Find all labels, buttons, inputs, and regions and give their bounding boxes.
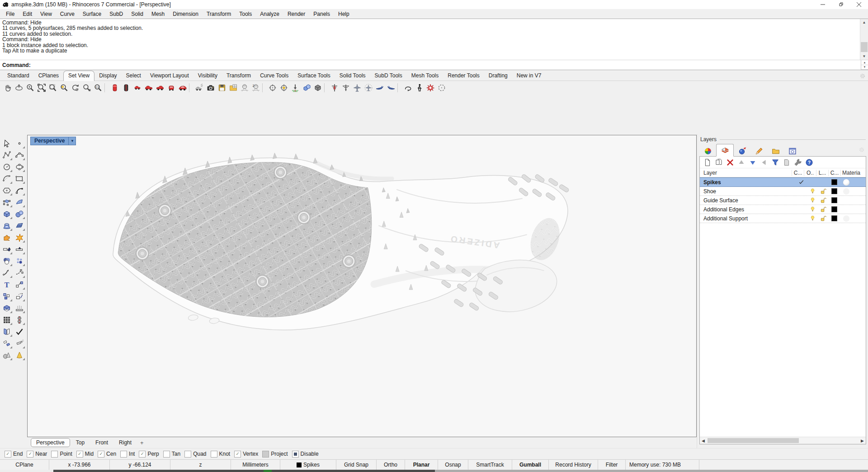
toolbar-tab-visibility[interactable]: Visibility bbox=[193, 71, 222, 81]
fillet-chamfer-b-icon[interactable] bbox=[14, 244, 25, 254]
select-cursor-icon[interactable] bbox=[1, 138, 12, 148]
airplane-top-a-icon[interactable] bbox=[351, 82, 363, 94]
layer-color-swatch[interactable] bbox=[829, 215, 840, 221]
turntable-circle-icon[interactable] bbox=[436, 82, 447, 94]
surface-from-points-icon[interactable] bbox=[1, 197, 12, 207]
status-millimeters[interactable]: Millimeters bbox=[231, 460, 280, 470]
osnap-near[interactable]: ✓Near bbox=[27, 451, 47, 458]
menu-file[interactable]: File bbox=[2, 10, 19, 18]
collapse-all-icon[interactable] bbox=[760, 158, 769, 167]
orbit-loop-arrow-icon[interactable] bbox=[402, 82, 413, 94]
camera-target-icon[interactable] bbox=[278, 82, 289, 94]
rotate-shape-icon[interactable] bbox=[14, 291, 25, 301]
viewport-tab-perspective[interactable]: Perspective bbox=[31, 438, 70, 447]
circle-icon[interactable] bbox=[1, 162, 12, 172]
command-history-scrollbar[interactable]: ▲ ▼ bbox=[860, 19, 868, 60]
yellow-cone-icon[interactable] bbox=[14, 350, 25, 360]
filter-layers-icon[interactable] bbox=[771, 158, 780, 167]
toolbar-tab-select[interactable]: Select bbox=[122, 71, 146, 81]
menu-dimension[interactable]: Dimension bbox=[169, 10, 203, 18]
layer-column-c-[interactable]: C... bbox=[792, 170, 804, 176]
toolbar-tab-new-in-v7[interactable]: New in V7 bbox=[512, 71, 546, 81]
current-layer-check[interactable] bbox=[795, 179, 807, 185]
status-x-73-966[interactable]: x -73.966 bbox=[49, 460, 110, 470]
polygon-icon[interactable] bbox=[1, 185, 12, 195]
move-point-icon[interactable] bbox=[14, 279, 25, 290]
osnap-project[interactable]: Project bbox=[262, 451, 288, 458]
mesh-surface-icon[interactable] bbox=[14, 220, 25, 231]
layer-visibility-bulb-icon[interactable] bbox=[807, 187, 818, 195]
viewport-layout-folder-icon[interactable] bbox=[227, 82, 239, 94]
viewport-tab-right[interactable]: Right bbox=[114, 439, 137, 447]
named-view-cube-icon[interactable] bbox=[312, 82, 323, 94]
hand-pan-icon[interactable] bbox=[2, 82, 13, 94]
layer-column-o-[interactable]: O.. bbox=[804, 170, 816, 176]
front-view-canister-icon[interactable] bbox=[109, 82, 120, 94]
layer-lock-icon[interactable] bbox=[818, 188, 829, 195]
layer-visibility-bulb-icon[interactable] bbox=[807, 215, 818, 222]
layer-row-spikes[interactable]: Spikes bbox=[700, 177, 866, 187]
toolbar-tab-standard[interactable]: Standard bbox=[3, 71, 34, 81]
menu-mesh[interactable]: Mesh bbox=[147, 10, 169, 18]
bottom-view-car-icon[interactable] bbox=[165, 82, 177, 94]
layer-material[interactable] bbox=[840, 188, 866, 195]
revolve-surface-icon[interactable] bbox=[1, 220, 12, 231]
layers-horizontal-scrollbar[interactable]: ◀ ▶ bbox=[700, 437, 866, 444]
fillet-chamfer-a-icon[interactable] bbox=[1, 244, 12, 254]
status-filter[interactable]: Filter bbox=[598, 460, 626, 470]
toolbar-tab-cplanes[interactable]: CPlanes bbox=[34, 71, 63, 81]
boolean-circles-icon[interactable] bbox=[1, 256, 12, 266]
osnap-perp[interactable]: ✓Perp bbox=[139, 451, 159, 458]
minimize-button[interactable] bbox=[814, 0, 832, 9]
control-point-curve-icon[interactable] bbox=[14, 150, 25, 160]
toolbar-tab-render-tools[interactable]: Render Tools bbox=[443, 71, 484, 81]
check-objects-icon[interactable] bbox=[14, 326, 25, 337]
gear-icon[interactable] bbox=[859, 73, 866, 79]
toolbar-tab-set-view[interactable]: Set View bbox=[63, 71, 94, 81]
toolbar-tab-viewport-layout[interactable]: Viewport Layout bbox=[146, 71, 193, 81]
plan-view-a-icon[interactable] bbox=[329, 82, 340, 94]
status-planar[interactable]: Planar bbox=[405, 460, 438, 470]
osnap-mid[interactable]: ✓Mid bbox=[76, 451, 94, 458]
curved-surface-icon[interactable] bbox=[14, 197, 25, 207]
gray-solids-icon[interactable] bbox=[1, 350, 12, 360]
layer-column-l-[interactable]: L... bbox=[816, 170, 828, 176]
osnap-cen[interactable]: ✓Cen bbox=[98, 451, 116, 458]
solid-box-icon[interactable] bbox=[1, 209, 12, 219]
camera-reticle-icon[interactable] bbox=[267, 82, 278, 94]
osnap-end[interactable]: ✓End bbox=[5, 451, 23, 458]
layer-column-layer[interactable]: Layer bbox=[700, 170, 792, 176]
extend-curve-a-icon[interactable] bbox=[1, 267, 12, 278]
panel-tab-notes[interactable] bbox=[750, 146, 767, 156]
undo-view-change-icon[interactable] bbox=[70, 82, 81, 94]
toolbar-tab-curve-tools[interactable]: Curve Tools bbox=[255, 71, 293, 81]
solid-spheres-icon[interactable] bbox=[14, 209, 25, 219]
status-osnap[interactable]: Osnap bbox=[438, 460, 468, 470]
save-view-floppy-icon[interactable] bbox=[216, 82, 227, 94]
osnap-vertex[interactable]: ✓Vertex bbox=[234, 451, 258, 458]
airplane-top-b-icon[interactable] bbox=[363, 82, 374, 94]
panel-tab-panel-help[interactable] bbox=[784, 146, 801, 156]
scroll-left-icon[interactable]: ◀ bbox=[700, 439, 707, 443]
new-sublayer-icon[interactable] bbox=[714, 158, 723, 167]
delete-layer-icon[interactable] bbox=[726, 158, 735, 167]
menu-surface[interactable]: Surface bbox=[79, 10, 105, 18]
menu-curve[interactable]: Curve bbox=[56, 10, 79, 18]
command-history[interactable]: Command: Hide11 curves, 5 polysurfaces, … bbox=[0, 19, 868, 60]
layer-row-guide-surface[interactable]: Guide Surface bbox=[700, 196, 866, 205]
layer-column-c-[interactable]: C... bbox=[828, 170, 840, 176]
layer-material[interactable] bbox=[840, 215, 866, 222]
trim-shapes-icon[interactable] bbox=[1, 326, 12, 337]
zoom-target-icon[interactable] bbox=[81, 82, 92, 94]
arc-icon[interactable] bbox=[1, 173, 12, 184]
rotate-view-icon[interactable] bbox=[13, 82, 24, 94]
scrollbar-track[interactable] bbox=[707, 438, 859, 443]
zoom-1to1-icon[interactable]: 1:1 bbox=[92, 82, 104, 94]
layer-tools-icon[interactable] bbox=[793, 158, 802, 167]
status-cplane[interactable]: CPlane bbox=[0, 460, 49, 470]
layer-color-swatch[interactable] bbox=[829, 197, 840, 203]
zoom-dynamic-icon[interactable] bbox=[24, 82, 36, 94]
scrollbar-thumb[interactable] bbox=[708, 438, 799, 443]
status-record-history[interactable]: Record History bbox=[549, 460, 598, 470]
toolbar-tab-solid-tools[interactable]: Solid Tools bbox=[335, 71, 370, 81]
